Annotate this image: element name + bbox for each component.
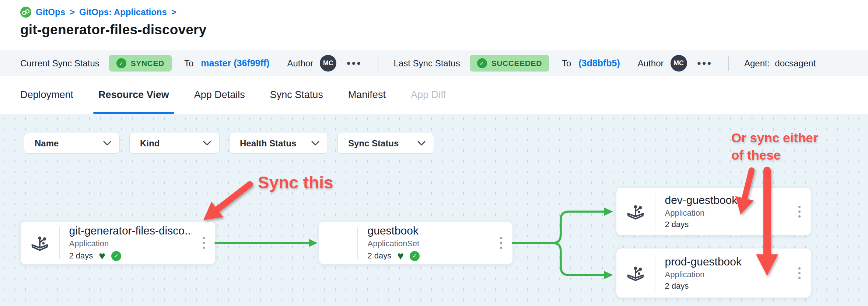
last-sync-status-label: Last Sync Status — [394, 58, 460, 69]
health-heart-icon: ♥ — [397, 250, 404, 261]
tab-app-details[interactable]: App Details — [189, 76, 250, 114]
filter-health-status-label: Health Status — [240, 138, 296, 149]
current-sync-badge-text: SYNCED — [131, 59, 164, 68]
last-author-label: Author — [638, 58, 664, 69]
page-title: git-generator-files-discovery — [20, 22, 868, 38]
chevron-down-icon — [203, 141, 211, 146]
current-author-label: Author — [287, 58, 313, 69]
current-sync-status-label: Current Sync Status — [20, 58, 99, 69]
filter-sync-status-label: Sync Status — [348, 138, 399, 149]
node-dev-guestbook[interactable]: dev-guestbook Application 2 days — [616, 187, 811, 236]
divider — [378, 56, 378, 71]
node-info: guestbook ApplicationSet 2 days ♥ ✓ — [358, 222, 490, 264]
tab-resource-view[interactable]: Resource View — [93, 76, 174, 114]
resource-graph-canvas: Name Kind Health Status Sync Status git-… — [0, 114, 868, 306]
node-title: dev-guestbook — [665, 194, 788, 206]
node-kebab-menu-icon[interactable] — [192, 222, 215, 264]
filter-name-dropdown[interactable]: Name — [24, 133, 120, 154]
node-age: 2 days — [665, 281, 689, 291]
annotation-line-1: Or sync either — [731, 129, 818, 146]
synced-check-icon: ✓ — [111, 251, 121, 261]
synced-check-icon: ✓ — [410, 251, 420, 261]
application-resource-icon — [616, 188, 655, 235]
tab-sync-status[interactable]: Sync Status — [265, 76, 328, 114]
gitops-logo-icon — [20, 7, 31, 18]
chevron-down-icon — [417, 141, 426, 146]
breadcrumb-separator: > — [70, 7, 75, 17]
tabs-bar: Deployment Resource View App Details Syn… — [0, 76, 868, 114]
node-guestbook[interactable]: guestbook ApplicationSet 2 days ♥ ✓ — [319, 221, 513, 265]
last-sync-status-badge: ✓ SUCCEEDED — [470, 55, 549, 72]
filter-health-status-dropdown[interactable]: Health Status — [229, 133, 328, 154]
node-kind: Application — [665, 270, 788, 279]
node-title: git-generator-files-disco... — [69, 225, 193, 237]
health-heart-icon: ♥ — [99, 250, 105, 261]
node-info: prod-guestbook Application 2 days — [655, 248, 788, 298]
node-title: guestbook — [368, 225, 490, 237]
tab-manifest[interactable]: Manifest — [343, 76, 391, 114]
breadcrumb-link-applications[interactable]: GitOps: Applications — [79, 7, 167, 17]
filter-bar: Name Kind Health Status Sync Status — [24, 133, 434, 154]
agent-value: docsagent — [775, 58, 816, 69]
node-kebab-menu-icon[interactable] — [490, 222, 512, 264]
application-resource-icon — [21, 222, 59, 264]
current-sync-to-label: To — [184, 58, 193, 69]
breadcrumb: GitOps > GitOps: Applications > — [20, 7, 868, 18]
last-author-avatar: MC — [671, 55, 687, 72]
current-author-avatar: MC — [320, 55, 336, 72]
breadcrumb-separator: > — [171, 7, 176, 17]
node-age: 2 days — [368, 251, 392, 261]
node-title: prod-guestbook — [665, 255, 788, 268]
agent-label: Agent: — [744, 58, 770, 69]
last-sync-to-label: To — [562, 58, 571, 69]
chevron-down-icon — [311, 141, 319, 146]
node-prod-guestbook[interactable]: prod-guestbook Application 2 days — [616, 248, 811, 298]
annotation-sync-this: Sync this — [258, 173, 333, 192]
annotation-line-2: of these — [731, 146, 818, 164]
application-resource-icon — [616, 248, 655, 298]
node-kind: Application — [69, 239, 193, 248]
node-kind: Application — [665, 208, 788, 218]
node-age: 2 days — [69, 251, 93, 261]
node-kebab-menu-icon[interactable] — [788, 188, 811, 235]
node-kind: ApplicationSet — [368, 239, 490, 248]
node-kebab-menu-icon[interactable] — [788, 248, 811, 298]
breadcrumb-link-gitops[interactable]: GitOps — [36, 7, 65, 17]
current-sync-status-badge: ✓ SYNCED — [109, 55, 172, 72]
current-sync-commit-link[interactable]: master (36f99ff) — [201, 58, 269, 69]
tab-app-diff[interactable]: App Diff — [406, 76, 451, 114]
sync-status-bar: Current Sync Status ✓ SYNCED To master (… — [0, 51, 868, 76]
node-info: dev-guestbook Application 2 days — [655, 188, 788, 235]
last-sync-badge-text: SUCCEEDED — [491, 59, 542, 68]
divider — [728, 56, 729, 71]
page-header: GitOps > GitOps: Applications > git-gene… — [0, 0, 868, 51]
node-info: git-generator-files-disco... Application… — [60, 222, 193, 264]
filter-kind-dropdown[interactable]: Kind — [129, 133, 220, 154]
annotation-or-sync-either: Or sync either of these — [731, 129, 818, 164]
last-more-menu-icon[interactable]: ••• — [697, 58, 713, 69]
check-circle-icon: ✓ — [116, 58, 126, 68]
filter-sync-status-dropdown[interactable]: Sync Status — [337, 133, 434, 154]
tab-deployment[interactable]: Deployment — [15, 76, 78, 114]
filter-kind-label: Kind — [140, 138, 160, 149]
last-sync-commit-link[interactable]: (3d8bfb5) — [578, 58, 620, 69]
check-circle-icon: ✓ — [477, 58, 487, 68]
empty-icon-area — [319, 222, 357, 264]
node-git-generator-files-discovery[interactable]: git-generator-files-disco... Application… — [20, 221, 216, 265]
chevron-down-icon — [103, 141, 111, 146]
filter-name-label: Name — [35, 138, 59, 149]
current-more-menu-icon[interactable]: ••• — [347, 58, 362, 69]
node-age: 2 days — [665, 220, 689, 229]
